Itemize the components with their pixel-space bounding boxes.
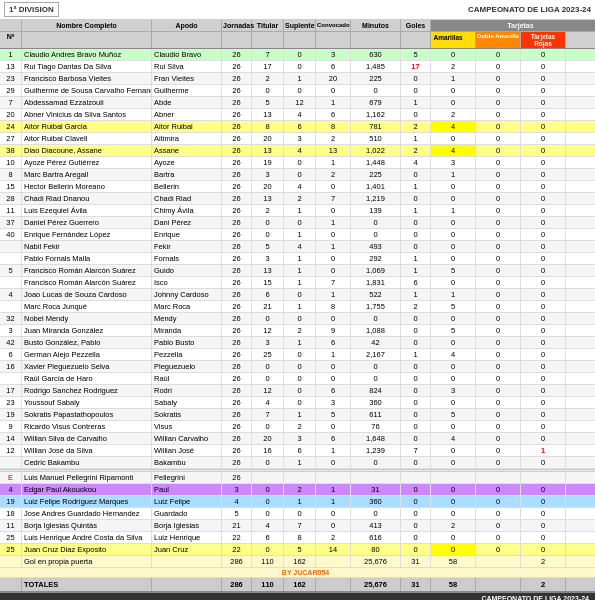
row-doble: 0: [476, 337, 521, 348]
row-extra: [566, 241, 595, 252]
row-minutos: 2,167: [351, 349, 401, 360]
row-rojas: 0: [521, 532, 566, 543]
col-amarillas: Amarillas: [431, 32, 476, 48]
row-num: 42: [0, 337, 22, 348]
og-apodo: [152, 556, 222, 567]
row-doble: 0: [476, 229, 521, 240]
row-doble: 0: [476, 496, 521, 507]
row-amarillas: 3: [431, 385, 476, 396]
row-suplente: 2: [284, 193, 316, 204]
row-minutos: 360: [351, 496, 401, 507]
row-num: 14: [0, 433, 22, 444]
row-goles: [401, 472, 431, 483]
row-titular: 15: [252, 277, 284, 288]
row-rojas: 0: [521, 349, 566, 360]
tot-doble: [476, 578, 521, 591]
row-apodo: Luiz Felipe: [152, 496, 222, 507]
row-goles: 0: [401, 361, 431, 372]
row-goles: 0: [401, 484, 431, 495]
row-doble: 0: [476, 373, 521, 384]
row-name: Aitor Ruibal Clavell: [22, 133, 152, 144]
row-convocado: 8: [316, 121, 351, 132]
row-titular: 0: [252, 421, 284, 432]
row-convocado: 0: [316, 373, 351, 384]
row-goles: 0: [401, 193, 431, 204]
row-rojas: 0: [521, 385, 566, 396]
row-amarillas: 5: [431, 325, 476, 336]
row-num: 28: [0, 193, 22, 204]
row-extra: [566, 397, 595, 408]
row-extra: [566, 457, 595, 468]
row-minutos: 679: [351, 97, 401, 108]
row-extra: [566, 484, 595, 495]
row-extra: [566, 157, 595, 168]
row-titular: 0: [252, 361, 284, 372]
credit-row: BY JUCAR054: [0, 568, 595, 578]
row-apodo: Paul: [152, 484, 222, 495]
row-name: Rodrigo Sanchez Rodriguez: [22, 385, 152, 396]
row-minutos: 1,755: [351, 301, 401, 312]
row-goles: 6: [401, 277, 431, 288]
row-num: [0, 457, 22, 468]
row-goles: 0: [401, 409, 431, 420]
row-goles: 17: [401, 61, 431, 72]
og-suplente: 162: [284, 556, 316, 567]
row-titular: 3: [252, 337, 284, 348]
row-amarillas: 3: [431, 157, 476, 168]
row-num: 37: [0, 217, 22, 228]
row-minutos: 0: [351, 361, 401, 372]
row-rojas: 0: [521, 337, 566, 348]
row-goles: 0: [401, 532, 431, 543]
col-minutos: Minutos: [351, 20, 401, 31]
row-titular: 20: [252, 133, 284, 144]
row-num: 5: [0, 265, 22, 276]
row-jornadas: 22: [222, 544, 252, 555]
row-jornadas: 26: [222, 73, 252, 84]
row-minutos: 413: [351, 520, 401, 531]
row-minutos: 1,448: [351, 157, 401, 168]
row-extra: [566, 109, 595, 120]
table-row: 13Rui Tiago Dantas Da SilvaRui Silva2617…: [0, 61, 595, 73]
row-convocado: 2: [316, 532, 351, 543]
row-minutos: 781: [351, 121, 401, 132]
col-blank3: [222, 32, 252, 48]
row-rojas: 0: [521, 544, 566, 555]
row-minutos: 616: [351, 532, 401, 543]
table-row: 3Juan Miranda GonzálezMiranda2612291,088…: [0, 325, 595, 337]
row-convocado: 6: [316, 61, 351, 72]
row-minutos: 1,022: [351, 145, 401, 156]
row-suplente: 1: [284, 457, 316, 468]
row-name: Francisco Barbosa Vieites: [22, 73, 152, 84]
row-minutos: 360: [351, 397, 401, 408]
row-suplente: 0: [284, 157, 316, 168]
row-extra: [566, 181, 595, 192]
row-apodo: Chimy Ávila: [152, 205, 222, 216]
row-jornadas: 21: [222, 520, 252, 531]
row-minutos: 0: [351, 373, 401, 384]
row-doble: 0: [476, 433, 521, 444]
row-apodo: Isco: [152, 277, 222, 288]
row-apodo: Willian José: [152, 445, 222, 456]
row-rojas: 0: [521, 409, 566, 420]
row-amarillas: [431, 472, 476, 483]
col-tarjetas-rojas: Tarjetas Rojas: [521, 32, 566, 48]
campeonato-label: CAMPEONATO DE LIGA 2023-24: [468, 5, 591, 14]
row-doble: [476, 472, 521, 483]
row-jornadas: 26: [222, 193, 252, 204]
og-label: Gol en propia puerta: [22, 556, 152, 567]
row-num: 11: [0, 520, 22, 531]
row-amarillas: 0: [431, 133, 476, 144]
row-convocado: 5: [316, 409, 351, 420]
row-suplente: 3: [284, 133, 316, 144]
row-titular: 6: [252, 532, 284, 543]
row-num: [0, 253, 22, 264]
row-doble: 0: [476, 277, 521, 288]
row-name: Cedric Bakambu: [22, 457, 152, 468]
row-rojas: 0: [521, 61, 566, 72]
col-blank7: [351, 32, 401, 48]
row-goles: 0: [401, 85, 431, 96]
row-convocado: 0: [316, 265, 351, 276]
row-apodo: Borja Iglesias: [152, 520, 222, 531]
row-titular: 13: [252, 193, 284, 204]
row-jornadas: 26: [222, 97, 252, 108]
